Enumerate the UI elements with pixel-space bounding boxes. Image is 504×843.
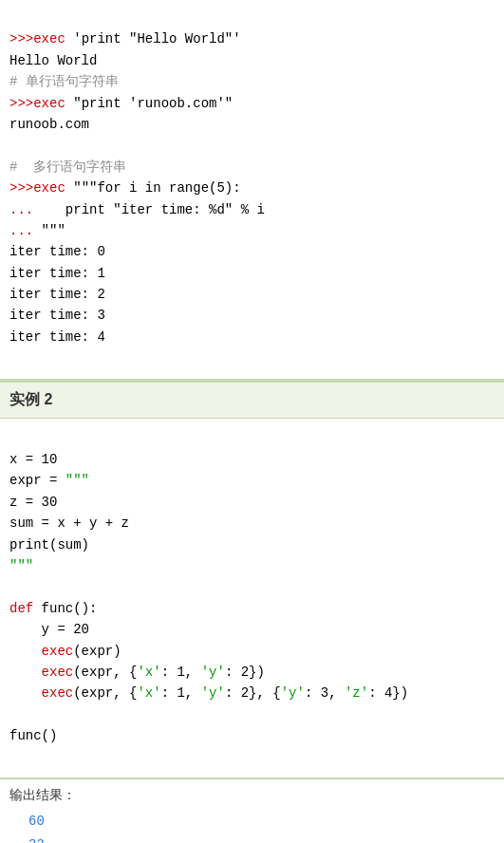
code-print: print(sum) xyxy=(9,537,89,553)
comment-1: # 单行语句字符串 xyxy=(9,74,119,89)
code-exec2: exec(expr, {'x': 1, 'y': 2}) xyxy=(9,665,265,680)
output-hello: Hello World xyxy=(9,53,97,68)
code-1: 'print "Hello World"' xyxy=(65,31,241,47)
keyword-3: exec xyxy=(33,180,65,196)
code-def: def func(): xyxy=(9,601,97,616)
prompt-1: >>> xyxy=(9,31,33,47)
keyword-1: exec xyxy=(33,31,65,47)
console-block: >>>exec 'print "Hello World"' Hello Worl… xyxy=(9,8,495,369)
output-iter1: iter time: 1 xyxy=(9,266,105,281)
code-func-call: func() xyxy=(9,728,57,743)
code-3: """for i in range(5): xyxy=(65,180,241,196)
output-label: 输出结果： xyxy=(9,787,495,804)
output-iter2: iter time: 2 xyxy=(9,287,105,302)
code-blank3 xyxy=(9,707,17,722)
output-value-2: 33 xyxy=(28,834,495,843)
code-y: y = 20 xyxy=(9,622,89,637)
code-cont-2: """ xyxy=(33,223,65,238)
code-exec3: exec(expr, {'x': 1, 'y': 2}, {'y': 3, 'z… xyxy=(9,685,408,701)
output-section: 输出结果： 60 33 34 xyxy=(0,779,504,843)
top-section: >>>exec 'print "Hello World"' Hello Worl… xyxy=(0,0,504,381)
code-blank2 xyxy=(9,579,17,594)
code-cont-1: print "iter time: %d" % i xyxy=(33,202,265,217)
code-x: x = 10 xyxy=(9,452,57,467)
example2-header: 实例 2 xyxy=(0,381,504,419)
output-values: 60 33 34 xyxy=(9,804,495,843)
example2-body: x = 10 expr = """ z = 30 sum = x + y + z… xyxy=(0,419,504,779)
example2-code: x = 10 expr = """ z = 30 sum = x + y + z… xyxy=(9,428,495,768)
code-endstr: """ xyxy=(9,558,33,573)
prompt-3: >>> xyxy=(9,180,33,196)
output-value-1: 60 xyxy=(28,810,495,834)
output-iter3: iter time: 3 xyxy=(9,308,105,323)
prompt-cont-1: ... xyxy=(9,202,33,217)
code-exec1: exec(expr) xyxy=(9,644,121,659)
prompt-2: >>> xyxy=(9,96,33,111)
output-iter4: iter time: 4 xyxy=(9,329,105,345)
code-z: z = 30 xyxy=(9,495,57,510)
blank-1 xyxy=(9,138,17,153)
code-sum: sum = x + y + z xyxy=(9,515,129,531)
output-iter0: iter time: 0 xyxy=(9,244,105,259)
prompt-cont-2: ... xyxy=(9,223,33,238)
code-expr: expr = """ xyxy=(9,473,89,488)
example2-title: 实例 2 xyxy=(9,391,52,407)
keyword-2: exec xyxy=(33,96,65,111)
code-2: "print 'runoob.com'" xyxy=(65,96,233,111)
output-runoob: runoob.com xyxy=(9,117,89,132)
comment-2: # 多行语句字符串 xyxy=(9,159,126,175)
